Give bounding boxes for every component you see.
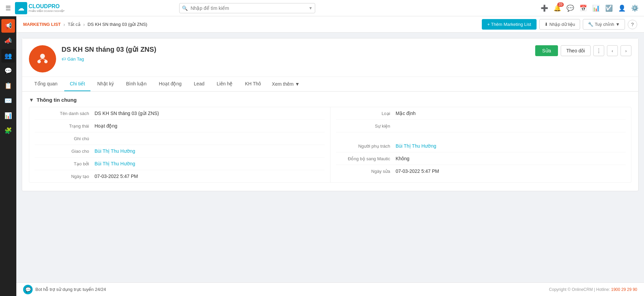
footer-copyright: Copyright © OnlineCRM | Hotline: 1900 29… bbox=[549, 287, 637, 292]
customize-button[interactable]: 🔧 Tuỳ chỉnh ▼ bbox=[583, 19, 625, 30]
giao-cho-value[interactable]: Bùi Thị Thu Hường bbox=[95, 148, 325, 154]
chevron-down-icon: ▼ bbox=[615, 22, 620, 27]
tab-binh-luan[interactable]: Bình luận bbox=[121, 77, 152, 91]
tab-tong-quan[interactable]: Tổng quan bbox=[29, 77, 63, 91]
import-data-button[interactable]: ⬇ Nhập dữ liệu bbox=[539, 19, 580, 30]
loai-value: Mặc định bbox=[396, 111, 626, 116]
record-title: DS KH SN tháng 03 (gửi ZNS) bbox=[62, 45, 530, 53]
ngay-tao-value: 07-03-2022 5:47 PM bbox=[95, 174, 325, 179]
follow-button[interactable]: Theo dõi bbox=[561, 45, 591, 56]
dong-bo-label: Đồng bộ sang Mautic bbox=[336, 156, 390, 161]
form-left-col: Tên danh sách DS KH SN tháng 03 (gửi ZNS… bbox=[29, 107, 330, 182]
footer: 💬 Bot hỗ trợ sử dụng trực tuyến 24/24 Co… bbox=[16, 282, 644, 296]
section-header: ▼ Thông tin chung bbox=[22, 92, 638, 107]
record-avatar bbox=[29, 45, 56, 72]
record-info: DS KH SN tháng 03 (gửi ZNS) 🏷 Gán Tag bbox=[62, 45, 530, 62]
add-marketing-list-button[interactable]: + Thêm Marketing List bbox=[482, 19, 537, 30]
section-collapse-icon[interactable]: ▼ bbox=[29, 97, 34, 103]
edit-button[interactable]: Sửa bbox=[535, 45, 558, 56]
footer-chat[interactable]: 💬 Bot hỗ trợ sử dụng trực tuyến 24/24 bbox=[23, 285, 106, 294]
form-right-col: Loại Mặc định Sự kiện bbox=[331, 107, 631, 182]
tab-xem-them[interactable]: Xem thêm ▼ bbox=[268, 77, 304, 91]
settings-button[interactable]: ⚙️ bbox=[631, 4, 639, 12]
sidebar-item-announcements[interactable]: 📣 bbox=[1, 34, 15, 48]
tab-hoat-dong[interactable]: Hoạt động bbox=[153, 77, 187, 91]
breadcrumb-sep1: › bbox=[64, 22, 65, 27]
logo-text: CLOUDPRO bbox=[29, 3, 65, 10]
breadcrumb-root[interactable]: MARKETING LIST bbox=[23, 22, 61, 27]
breadcrumb-sep2: › bbox=[83, 22, 85, 27]
ten-danh-sach-value: DS KH SN tháng 03 (gửi ZNS) bbox=[95, 111, 325, 116]
tab-lien-he[interactable]: Liên hệ bbox=[211, 77, 238, 91]
tab-chi-tiet[interactable]: Chi tiết bbox=[64, 77, 90, 91]
chat-button[interactable]: 💬 bbox=[566, 4, 574, 12]
sidebar-item-email[interactable]: ✉️ bbox=[1, 94, 15, 108]
svg-line-3 bbox=[39, 59, 43, 60]
field-tao-boi: Tạo bởi Bùi Thị Thu Hường bbox=[35, 158, 325, 170]
search-dropdown-arrow[interactable]: ▼ bbox=[309, 6, 313, 11]
nguoi-phu-trach-value[interactable]: Bùi Thị Thu Hường bbox=[396, 143, 626, 149]
record-header: DS KH SN tháng 03 (gửi ZNS) 🏷 Gán Tag Sử… bbox=[22, 38, 638, 77]
tag-icon: 🏷 bbox=[62, 56, 66, 62]
sidebar-item-reports[interactable]: 📊 bbox=[1, 109, 15, 122]
user-button[interactable]: 👤 bbox=[618, 4, 626, 12]
nguoi-phu-trach-label: Người phụ trách bbox=[336, 143, 390, 149]
form-area: Tên danh sách DS KH SN tháng 03 (gửi ZNS… bbox=[22, 107, 638, 191]
calendar-button[interactable]: 📅 bbox=[579, 4, 587, 12]
trang-thai-value: Hoạt động bbox=[95, 123, 325, 129]
next-record-button[interactable]: › bbox=[621, 45, 631, 56]
sidebar-item-messages[interactable]: 💬 bbox=[1, 64, 15, 78]
sidebar-item-tasks[interactable]: 📋 bbox=[1, 79, 15, 93]
field-loai: Loại Mặc định bbox=[336, 107, 626, 120]
field-ngay-tao: Ngày tạo 07-03-2022 5:47 PM bbox=[35, 170, 325, 182]
ngay-sua-value: 07-03-2022 5:47 PM bbox=[396, 168, 626, 174]
add-button[interactable]: ➕ bbox=[541, 4, 548, 12]
field-su-kien: Sự kiện bbox=[336, 120, 626, 132]
download-icon: ⬇ bbox=[544, 22, 548, 27]
sidebar-item-extensions[interactable]: 🧩 bbox=[1, 124, 15, 137]
trang-thai-label: Trạng thái bbox=[35, 123, 89, 129]
su-kien-label: Sự kiện bbox=[336, 123, 390, 129]
ngay-sua-label: Ngày sửa bbox=[336, 168, 390, 174]
ghi-chu-label: Ghi chú bbox=[35, 136, 89, 141]
more-options-button[interactable]: ⋮ bbox=[593, 45, 604, 56]
field-ghi-chu: Ghi chú bbox=[35, 132, 325, 145]
record-actions: Sửa Theo dõi ⋮ ‹ › bbox=[535, 45, 631, 56]
search-input[interactable] bbox=[179, 3, 315, 13]
dong-bo-value: Không bbox=[396, 156, 626, 161]
footer-phone: 1900 29 29 90 bbox=[611, 287, 637, 292]
sidebar-item-contacts[interactable]: 👥 bbox=[1, 49, 15, 63]
field-nguoi-phu-trach: Người phụ trách Bùi Thị Thu Hường bbox=[336, 140, 626, 152]
section-title: Thông tin chung bbox=[37, 97, 77, 103]
field-dong-bo: Đồng bộ sang Mautic Không bbox=[336, 152, 626, 165]
breadcrumb-current: DS KH SN tháng 03 (gửi ZNS) bbox=[88, 22, 148, 27]
chat-bot-icon: 💬 bbox=[23, 285, 33, 294]
tao-boi-value[interactable]: Bùi Thị Thu Hường bbox=[95, 161, 325, 166]
sidebar-item-marketing[interactable]: 📢 bbox=[1, 19, 15, 33]
prev-record-button[interactable]: ‹ bbox=[607, 45, 618, 56]
hamburger-button[interactable]: ☰ bbox=[5, 4, 11, 12]
help-button[interactable]: ? bbox=[628, 20, 637, 29]
field-ngay-sua: Ngày sửa 07-03-2022 5:47 PM bbox=[336, 165, 626, 177]
giao-cho-label: Giao cho bbox=[35, 148, 89, 154]
tabs-bar: Tổng quan Chi tiết Nhật ký Bình luận Hoạ… bbox=[22, 77, 638, 92]
field-ten-danh-sach: Tên danh sách DS KH SN tháng 03 (gửi ZNS… bbox=[35, 107, 325, 120]
tag-button[interactable]: 🏷 Gán Tag bbox=[62, 56, 84, 62]
logo-area: ☁ CLOUDPRO PHẦN MỀM DOANH NGHIỆP bbox=[15, 2, 65, 14]
tab-kh-tho[interactable]: KH Thô bbox=[239, 77, 266, 91]
notification-button[interactable]: 🔔 39 bbox=[554, 4, 561, 12]
breadcrumb-all[interactable]: Tất cả bbox=[68, 22, 81, 27]
search-container: 🔍 ▼ bbox=[179, 3, 315, 13]
svg-point-2 bbox=[44, 60, 48, 63]
page-area: DS KH SN tháng 03 (gửi ZNS) 🏷 Gán Tag Sử… bbox=[16, 33, 644, 282]
field-trang-thai: Trạng thái Hoạt động bbox=[35, 120, 325, 132]
task-button[interactable]: ☑️ bbox=[605, 4, 613, 12]
sidebar: 📢 📣 👥 💬 📋 ✉️ 📊 🧩 bbox=[0, 16, 16, 296]
ngay-tao-label: Ngày tạo bbox=[35, 174, 89, 179]
footer-chat-text: Bot hỗ trợ sử dụng trực tuyến 24/24 bbox=[35, 287, 106, 292]
chart-button[interactable]: 📊 bbox=[592, 4, 600, 12]
svg-line-4 bbox=[43, 59, 46, 60]
tab-lead[interactable]: Lead bbox=[188, 77, 210, 91]
tab-nhat-ky[interactable]: Nhật ký bbox=[92, 77, 119, 91]
notification-badge: 39 bbox=[557, 2, 564, 7]
